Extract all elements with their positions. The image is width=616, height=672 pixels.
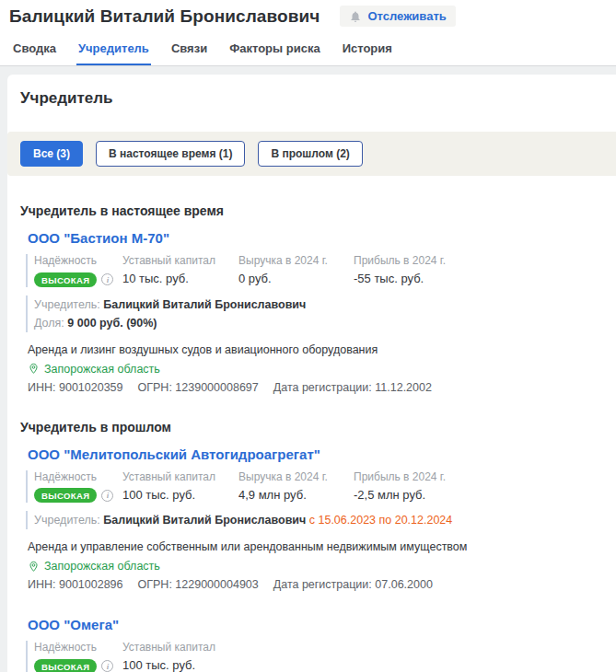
reliability-badge: ВЫСОКАЯ (34, 272, 97, 287)
stat-label: Уставный капитал (122, 641, 229, 654)
track-button-label: Отслеживать (367, 9, 446, 23)
top-header: Балицкий Виталий Брониславович Отслежива… (0, 0, 616, 65)
founder-label: Учредитель: (34, 514, 100, 527)
company-stats: Надёжность ВЫСОКАЯi Уставный капитал 100… (26, 470, 603, 504)
company-link[interactable]: ООО "Омега" (28, 617, 119, 632)
stat-label: Выручка в 2024 г. (238, 470, 344, 483)
reg-date-value: 07.06.2000 (375, 578, 433, 591)
company-card: ООО "Омега" Надёжность ВЫСОКАЯi Уставный… (28, 617, 603, 672)
inn-label: ИНН: (28, 578, 56, 591)
stat-label: Надёжность (34, 641, 113, 654)
filter-all-button[interactable]: Все (3) (20, 141, 83, 167)
company-activity: Аренда и лизинг воздушных судов и авиаци… (28, 342, 603, 358)
stat-label: Надёжность (34, 254, 113, 267)
filter-bar: Все (3) В настоящее время (1) В прошлом … (7, 132, 616, 176)
region-name: Запорожская область (44, 363, 160, 376)
stat-label: Выручка в 2024 г. (238, 254, 344, 267)
section-heading-past: Учредитель в прошлом (20, 420, 603, 434)
reg-date-label: Дата регистрации: (273, 578, 372, 591)
tab-bar: Сводка Учредитель Связи Факторы риска Ис… (9, 38, 607, 65)
tab-faktory-riska[interactable]: Факторы риска (227, 38, 322, 65)
tab-svodka[interactable]: Сводка (11, 38, 58, 65)
stat-label: Прибыль в 2024 г. (354, 254, 446, 267)
filter-current-button[interactable]: В настоящее время (1) (96, 141, 245, 167)
track-button[interactable]: Отслеживать (340, 6, 455, 27)
section-title: Учредитель (20, 89, 603, 108)
founder-block: Учредитель: Балицкий Виталий Брониславов… (26, 295, 603, 332)
company-requisites: ИНН: 9001002896 ОГРН: 1229000004903 Дата… (28, 576, 603, 593)
bell-icon (349, 10, 362, 23)
reg-date-label: Дата регистрации: (273, 381, 372, 394)
company-activity: Аренда и управление собственным или арен… (28, 539, 603, 555)
stat-value: 10 тыс. руб. (122, 272, 229, 285)
company-stats: Надёжность ВЫСОКАЯi Уставный капитал 10 … (26, 254, 603, 287)
inn-value: 9001002896 (59, 578, 123, 591)
ogrn-label: ОГРН: (138, 578, 172, 591)
founder-label: Учредитель: (34, 298, 100, 311)
stat-label: Прибыль в 2024 г. (354, 470, 446, 483)
location-pin-icon (28, 363, 40, 375)
company-card: ООО "Бастион М-70" Надёжность ВЫСОКАЯi У… (28, 230, 603, 396)
info-icon[interactable]: i (101, 273, 113, 285)
stat-value: 0 руб. (238, 272, 344, 285)
company-link[interactable]: ООО "Бастион М-70" (28, 230, 169, 246)
company-stats: Надёжность ВЫСОКАЯi Уставный капитал 100… (26, 641, 603, 672)
company-requisites: ИНН: 9001020359 ОГРН: 1239000008697 Дата… (28, 379, 603, 396)
section-heading-current: Учредитель в настоящее время (20, 203, 603, 218)
stat-value: 4,9 млн руб. (238, 488, 344, 502)
company-region[interactable]: Запорожская область (28, 560, 603, 573)
info-icon[interactable]: i (101, 660, 113, 672)
reg-date-value: 11.12.2002 (375, 381, 432, 394)
company-region[interactable]: Запорожская область (28, 363, 603, 376)
filter-past-button[interactable]: В прошлом (2) (258, 141, 362, 167)
stat-label: Уставный капитал (122, 254, 229, 267)
info-icon[interactable]: i (101, 490, 113, 502)
content-card: Учредитель Все (3) В настоящее время (1)… (7, 75, 616, 672)
reliability-badge: ВЫСОКАЯ (34, 659, 97, 672)
stat-label: Уставный капитал (122, 470, 229, 483)
founder-block: Учредитель: Балицкий Виталий Брониславов… (26, 511, 603, 529)
tab-svyazi[interactable]: Связи (169, 38, 209, 65)
reliability-badge: ВЫСОКАЯ (34, 488, 97, 503)
tab-uchreditel[interactable]: Учредитель (76, 38, 151, 65)
tab-istoriya[interactable]: История (341, 38, 394, 65)
page-gap (0, 66, 616, 75)
inn-label: ИНН: (28, 381, 56, 394)
share-value: 9 000 руб. (90%) (67, 317, 157, 330)
share-label: Доля: (34, 317, 64, 330)
founder-name: Балицкий Виталий Брониславович (103, 298, 306, 311)
stat-value: 100 тыс. руб. (122, 658, 229, 672)
ogrn-label: ОГРН: (138, 381, 172, 394)
ogrn-value: 1239000008697 (175, 381, 258, 394)
stat-value: -2,5 млн руб. (354, 488, 446, 502)
founder-name: Балицкий Виталий Брониславович (103, 514, 306, 527)
region-name: Запорожская область (44, 560, 160, 573)
ogrn-value: 1229000004903 (175, 578, 258, 591)
company-card: ООО "Мелитопольский Автогидроагрегат" На… (28, 446, 603, 594)
stat-value: -55 тыс. руб. (354, 272, 446, 285)
company-link[interactable]: ООО "Мелитопольский Автогидроагрегат" (28, 446, 320, 462)
inn-value: 9001020359 (59, 381, 123, 394)
stat-value: 100 тыс. руб. (122, 488, 229, 502)
page-title: Балицкий Виталий Брониславович (9, 6, 320, 27)
founder-period: с 15.06.2023 по 20.12.2024 (309, 514, 453, 527)
stat-label: Надёжность (34, 470, 113, 483)
location-pin-icon (28, 561, 40, 573)
